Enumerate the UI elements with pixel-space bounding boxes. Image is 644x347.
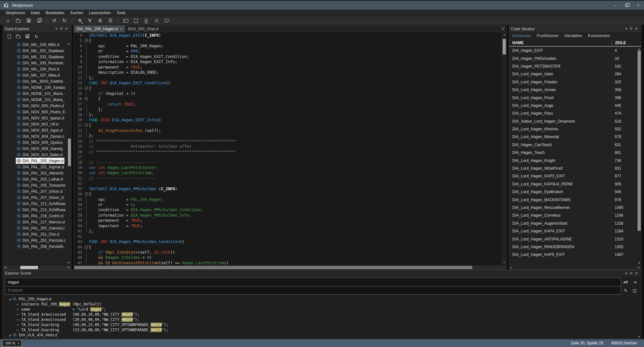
structure-row[interactable]: DIA_Lord_Hagen_RINGEBRINGEN1393 xyxy=(509,243,641,251)
code-line[interactable]: 15 if (Kapitel < 3) xyxy=(74,91,502,96)
editor-tab[interactable]: DIA_PAL_200_Hagen.d× xyxy=(74,25,125,33)
menu-item-datei[interactable]: Datei xyxy=(28,10,43,16)
code-line[interactable]: 16− { xyxy=(74,96,502,101)
whole-word-icon[interactable]: ⇥ xyxy=(633,280,637,285)
code-line[interactable]: 27 xyxy=(74,155,502,160)
scroll-down-icon[interactable]: ▼ xyxy=(67,261,70,264)
code-line[interactable]: 7 nr = 999; xyxy=(74,49,502,54)
menu-item-bearbeiten[interactable]: Bearbeiten xyxy=(43,10,67,16)
numbered-list-button[interactable]: ≣ xyxy=(95,17,105,24)
scroll-up-icon[interactable]: ▲ xyxy=(638,47,640,51)
structure-row[interactable]: DIA_Hagen_EXIT4 xyxy=(509,47,641,54)
vscroll-thumb[interactable] xyxy=(503,39,506,54)
code-editor[interactable]: 4INSTANCE DIA_Hagen_EXIT(C_INFO)5−{6 npc… xyxy=(74,33,502,265)
file-item[interactable]: GDIA_NOV_603_Agon.d xyxy=(3,127,71,133)
structure-row[interactable]: DIA_Lord_Hagen_KAP4_EXIT1284 xyxy=(509,227,641,235)
code-line[interactable]: 42 xyxy=(74,234,502,239)
code-line[interactable]: 11 description = DIALOG_ENDE; xyxy=(74,70,502,75)
panel-close-icon[interactable]: ✕ xyxy=(634,27,639,31)
result-match-row[interactable]: →TA_Stand_Guarding (23,00,08,00,"NW_CITY… xyxy=(3,327,641,333)
structure-hscrollbar[interactable]: ◀ ▶ xyxy=(509,265,641,269)
code-line[interactable]: 47 && (B_GetGreatestPetzCrime(self) <= H… xyxy=(74,260,502,265)
file-item[interactable]: GDIA_MIL_328_Miliz.d xyxy=(3,42,71,48)
result-match-row[interactable]: →TA_Stand_ArmsCrossed (08,00,20,00,"NW_C… xyxy=(3,312,641,317)
panel-pin-icon[interactable]: ⚲ xyxy=(629,271,634,276)
code-line[interactable]: 34−{ xyxy=(74,192,502,197)
scroll-right-icon[interactable]: ▶ xyxy=(67,266,71,269)
structure-row[interactable]: DIA_Lord_Hagen_BACKINTOWN976 xyxy=(509,196,641,203)
scroll-down-icon[interactable]: ▼ xyxy=(638,261,640,265)
scroll-left-icon[interactable]: ◀ xyxy=(510,266,512,269)
code-line[interactable]: 44−{ xyxy=(74,245,502,250)
new-file-button[interactable] xyxy=(5,33,13,40)
code-line[interactable]: 19}; xyxy=(74,112,502,117)
menu-item-skriptorium[interactable]: Skriptorium xyxy=(3,10,28,16)
code-line[interactable]: 14−{ xyxy=(74,86,502,91)
editor-vscrollbar[interactable]: ▲ ▼ xyxy=(502,33,507,265)
search-button[interactable] xyxy=(75,17,84,24)
code-line[interactable]: 24// ***********************************… xyxy=(74,139,502,144)
file-item[interactable]: GDIA_NOV_605_Opolos. xyxy=(3,139,71,145)
struct-tab-instanzen[interactable]: Instanzen xyxy=(512,33,531,40)
file-item[interactable]: GDIA_PAL_207_Girion_D xyxy=(3,194,71,201)
panel-close-icon[interactable]: ✕ xyxy=(64,27,69,31)
structure-row[interactable]: DIA_Lord_Hagen_Knight734 xyxy=(509,156,641,164)
file-item[interactable]: GDIA_PAL_203_Lothar.d xyxy=(3,176,71,182)
open-folder-button[interactable] xyxy=(14,17,23,24)
code-line[interactable]: 29var int Hagen_LastPetzCounter; xyxy=(74,165,502,170)
code-line[interactable]: 40 important = TRUE; xyxy=(74,223,502,229)
file-item[interactable]: GDIA_NONE_101_Mario. xyxy=(3,90,71,97)
script-button[interactable] xyxy=(131,17,141,24)
replace-input[interactable] xyxy=(5,286,621,294)
code-line[interactable]: 33INSTANCE DIA_Hagen_PMSchulden (C_INFO) xyxy=(74,186,502,192)
code-line[interactable]: 26// ***********************************… xyxy=(74,149,502,155)
file-item[interactable]: GDIA_PAL_216_Cedric.d xyxy=(3,213,71,219)
match-case-icon[interactable]: aA xyxy=(623,280,628,284)
replace-all-icon[interactable]: ◫ xyxy=(633,288,637,293)
structure-row[interactable]: DIA_Hagen_Teach661 xyxy=(509,149,641,156)
code-line[interactable]: 32 xyxy=(74,181,502,186)
editor-hscrollbar[interactable] xyxy=(74,265,507,269)
code-line[interactable]: 39 permanent = TRUE; xyxy=(74,218,502,223)
structure-scrollbar-thumb[interactable] xyxy=(638,51,641,231)
file-list-scrollbar-thumb[interactable] xyxy=(68,139,71,166)
code-line[interactable]: 10 permanent = TRUE; xyxy=(74,65,502,70)
close-button[interactable]: × xyxy=(632,1,644,10)
expander-icon[interactable]: ◢ xyxy=(9,334,11,337)
fold-toggle-icon[interactable]: − xyxy=(85,87,88,89)
structure-row[interactable]: DIA_Hagen_PETZMASTER162 xyxy=(509,62,641,70)
file-item[interactable]: GDIA_NOV_602_Ulf.d xyxy=(3,121,71,127)
code-line[interactable]: 36 nr = 1; xyxy=(74,202,502,207)
structure-row[interactable]: DIA_Lord_Hagen_Pass474 xyxy=(509,109,641,117)
structure-row[interactable]: DIA_Lord_Hagen_Hallo284 xyxy=(509,70,641,78)
save-all-button[interactable] xyxy=(34,17,44,24)
file-item[interactable]: GDIA_PAL_212_Schiffswa xyxy=(3,201,71,207)
undo-button[interactable]: ↺ xyxy=(49,17,59,24)
new-file-button[interactable]: + xyxy=(3,17,13,24)
fold-toggle-icon[interactable]: − xyxy=(85,97,88,100)
structure-row[interactable]: DIA_Lord_Hagen_KAP3U4_PERM905 xyxy=(509,180,641,188)
file-item[interactable]: GDIA_PAL_258_Keroloth. xyxy=(3,243,71,249)
structure-row[interactable]: DIA_Lord_Hagen_Frieden320 xyxy=(509,78,641,86)
file-item[interactable]: GDIA_PAL_202_Albrecht. xyxy=(3,170,71,176)
code-line[interactable]: 38 information = DIA_Hagen_PMSchulden_In… xyxy=(74,213,502,218)
structure-row[interactable]: DIA_Lord_Hagen_Khorinis552 xyxy=(509,125,641,133)
file-item[interactable]: GDIA_MIL_332_Stadtwac xyxy=(3,48,71,54)
fold-toggle-icon[interactable]: − xyxy=(85,39,88,42)
structure-row[interactable]: DIA_Lord_Hagen_Armee358 xyxy=(509,86,641,94)
struct-tab-funktionen[interactable]: Funktionen xyxy=(537,33,558,40)
structure-row[interactable]: DIA_Lord_Hagen_RescueBennet1065 xyxy=(509,204,641,211)
code-line[interactable]: 17 return TRUE; xyxy=(74,102,502,107)
structure-row[interactable]: DIA_Lord_Hagen_EyeBroken945 xyxy=(509,188,641,196)
structure-row[interactable]: DIA_Hagen_CanTeach631 xyxy=(509,141,641,149)
file-item[interactable]: GDIA_PAL_252_Parcival.c xyxy=(3,237,71,243)
result-match-row[interactable]: →TA_Stand_ArmsCrossed (20,00,08,00,"NW_C… xyxy=(3,317,641,322)
struct-tab-variablen[interactable]: Variablen xyxy=(564,33,582,40)
open-folder-button[interactable] xyxy=(14,33,22,40)
structure-row[interactable]: DIA_Lord_Hagen_Auge445 xyxy=(509,102,641,109)
panel-dropdown-icon[interactable]: ▾ xyxy=(624,27,629,31)
file-item[interactable]: GDIA_MIL_333_Stadtwac xyxy=(3,54,71,60)
expander-icon[interactable]: ◢ xyxy=(9,298,11,301)
scroll-right-icon[interactable]: ▶ xyxy=(638,266,640,269)
scroll-up-icon[interactable]: ▲ xyxy=(638,334,640,338)
